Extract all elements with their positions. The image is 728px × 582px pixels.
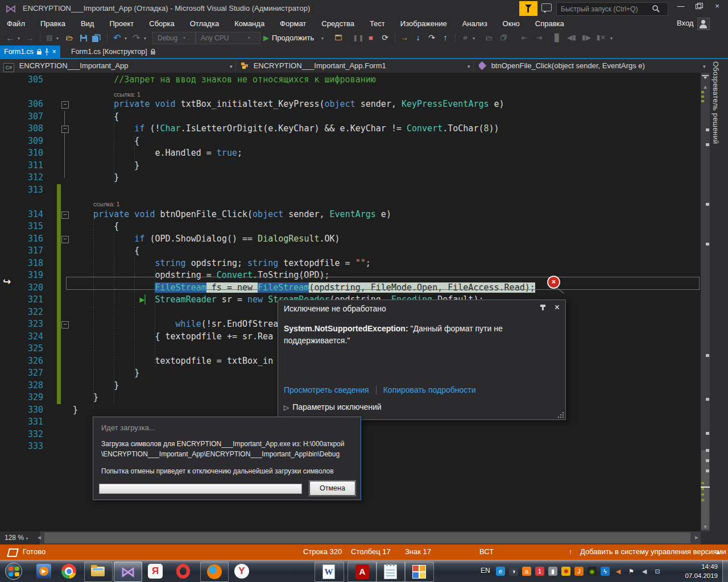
code-line[interactable]: 318string opdstring; string textopdfile … (0, 257, 701, 270)
indent-decrease-icon[interactable]: ⇤ (519, 30, 530, 45)
new-file-icon[interactable]: ▤ (44, 30, 55, 45)
fold-collapse-icon[interactable]: – (61, 211, 69, 219)
step-over-icon[interactable]: ↷ (427, 30, 437, 45)
continue-button[interactable]: Продолжить (272, 30, 314, 45)
menu-item[interactable]: Тест (370, 17, 385, 30)
menu-item[interactable]: Окно (503, 17, 520, 30)
taskbar-explorer-button[interactable] (84, 562, 113, 582)
menu-item[interactable]: Отладка (190, 17, 219, 30)
solution-explorer-tab[interactable]: Обозреватель решений (712, 61, 719, 144)
member-dropdown[interactable]: btnOpenFile_Click(object sender, EventAr… (479, 59, 695, 73)
scrollbar-thumb[interactable] (44, 533, 690, 543)
code-line[interactable]: 313 (0, 184, 701, 197)
taskbar-start-button[interactable] (5, 562, 23, 581)
solution-platform-select[interactable]: Any CPU (196, 32, 260, 44)
code-line[interactable]: 312} (0, 172, 701, 184)
open-file-icon[interactable]: 🗁 (64, 30, 75, 45)
indent-increase-icon[interactable]: ⇥ (533, 30, 545, 45)
editor-zoom-select[interactable]: 128 % ▾ (0, 531, 40, 544)
code-line[interactable]: ссылка: 1 (0, 86, 701, 99)
navigate-forward-icon[interactable]: → (24, 30, 35, 45)
tray-nvidia-icon[interactable]: ◉ (588, 567, 597, 576)
code-line[interactable]: 314–private void btnOpenFile_Click(objec… (0, 209, 701, 221)
tab-form1-designer[interactable]: Form1.cs [Конструктор] (67, 45, 160, 58)
minimize-button[interactable]: — (672, 0, 689, 14)
menu-item[interactable]: Файл (7, 17, 25, 30)
taskbar-picture-manager-button[interactable] (404, 562, 434, 582)
close-icon[interactable]: × (555, 302, 560, 313)
code-line[interactable]: ссылка: 1 (0, 196, 701, 209)
menu-item[interactable]: Сборка (149, 17, 175, 30)
save-icon[interactable] (80, 34, 88, 42)
tray-badge-icon[interactable]: 1 (535, 567, 544, 576)
cancel-button[interactable]: Отмена (309, 481, 355, 496)
exception-error-icon[interactable]: × (547, 276, 560, 289)
uncomment-icon[interactable]: 🗇 (498, 30, 510, 45)
menu-item[interactable]: Проект (109, 17, 134, 30)
code-line[interactable]: 307{ (0, 111, 701, 123)
code-line[interactable]: 306–private void txtBox_initialtext_KeyP… (0, 98, 701, 111)
code-line[interactable]: 311} (0, 160, 701, 172)
redo-icon[interactable]: ↷ (131, 30, 142, 45)
pin-icon[interactable]: ╀ (45, 45, 49, 58)
step-out-icon[interactable]: ↑ (440, 30, 450, 45)
scroll-down-icon[interactable]: ▼ (701, 524, 710, 530)
project-dropdown[interactable]: C# ENCRYPTION___Important_App (3, 59, 231, 73)
tray-eset-icon[interactable]: e (496, 567, 505, 576)
step-into-icon[interactable]: ↓ (413, 30, 423, 45)
solution-configuration-select[interactable]: Debug (152, 32, 196, 44)
taskbar-opera-button[interactable] (173, 562, 195, 581)
taskbar-firefox-button[interactable] (200, 562, 229, 582)
prev-bookmark-icon[interactable]: ◀▮ (566, 30, 577, 45)
scrollbar-thumb[interactable] (701, 450, 709, 530)
scroll-right-icon[interactable]: ► (694, 534, 700, 541)
menu-item[interactable]: Средства (321, 17, 354, 30)
notifications-flag-icon[interactable] (519, 1, 537, 16)
copy-details-link[interactable]: Копировать подробности (383, 385, 476, 394)
pin-icon[interactable] (542, 305, 544, 310)
taskbar-visual-studio-button[interactable]: ⋈ (114, 562, 142, 582)
taskbar-windows-media-player-button[interactable]: ▶ (34, 562, 53, 581)
menu-item[interactable]: Команда (234, 17, 264, 30)
taskbar-yandex-button[interactable]: Y (232, 562, 253, 581)
close-button[interactable]: × (709, 0, 726, 14)
chevron-up-icon[interactable]: ▲ (715, 550, 721, 555)
code-line[interactable]: 315{ (0, 221, 701, 233)
code-line[interactable]: 317{ (0, 245, 701, 257)
scroll-up-icon[interactable]: ▲ (701, 84, 710, 90)
taskbar-clock[interactable]: 14:49 07.04.2019 (685, 562, 718, 580)
tray-network-icon[interactable]: ⊡ (653, 567, 662, 576)
menu-item[interactable]: Правка (40, 17, 65, 30)
comment-icon[interactable]: 🗁 (483, 30, 495, 45)
code-line[interactable]: 316–if (OPD.ShowDialog() == DialogResult… (0, 233, 701, 246)
attach-icon[interactable]: 🗔 (332, 30, 345, 45)
menu-item[interactable]: Анализ (462, 17, 487, 30)
tray-java-icon[interactable]: J (574, 567, 584, 576)
fold-collapse-icon[interactable]: – (61, 101, 69, 109)
splitter-handle[interactable] (702, 75, 709, 81)
language-indicator[interactable]: EN (481, 567, 490, 575)
tray-lightning-icon[interactable]: ϟ (601, 567, 610, 576)
break-all-icon[interactable]: ❚❚ (353, 30, 362, 45)
sign-in-link[interactable]: Вход (677, 19, 693, 27)
restore-button[interactable] (690, 0, 708, 14)
menu-item[interactable]: Формат (280, 17, 306, 30)
code-line[interactable]: 308–if (!Char.IsLetterOrDigit(e.KeyChar)… (0, 123, 701, 135)
stop-debug-icon[interactable]: ■ (366, 30, 375, 45)
view-details-link[interactable]: Просмотреть сведения (284, 385, 369, 394)
navigate-back-icon[interactable]: ← (5, 30, 16, 45)
add-to-source-control[interactable]: Добавить в систему управления версиями (580, 547, 726, 556)
bookmark-icon[interactable]: ▊ (553, 30, 562, 45)
user-avatar[interactable] (697, 18, 710, 30)
fold-collapse-icon[interactable]: – (61, 321, 69, 329)
taskbar-chrome-button[interactable] (59, 562, 78, 581)
show-desktop-button[interactable] (722, 560, 728, 582)
show-next-statement-icon[interactable]: → (399, 30, 410, 45)
tray-avast-icon[interactable]: a (522, 567, 531, 576)
exception-settings-expander[interactable]: ▷Параметры исключений (284, 402, 382, 411)
continue-icon[interactable]: ▶ (262, 30, 271, 45)
clear-bookmarks-icon[interactable]: ▮✕ (596, 30, 606, 45)
tray-volume-icon[interactable]: ◀ (614, 567, 623, 576)
next-bookmark-icon[interactable]: ▮▶ (581, 30, 592, 45)
tray-muted-speaker-icon[interactable]: ◀ (640, 567, 649, 576)
